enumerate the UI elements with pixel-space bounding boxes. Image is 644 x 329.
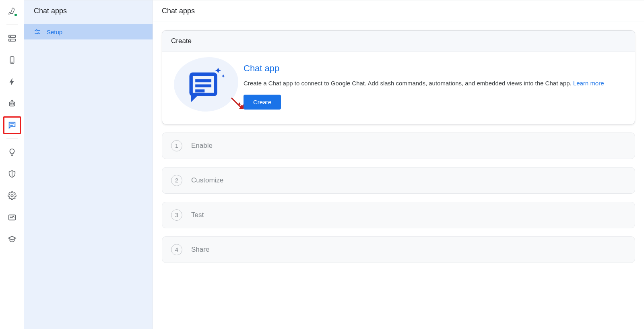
app-layout: Chat apps Setup Chat apps Create xyxy=(0,0,644,329)
svg-point-8 xyxy=(12,103,13,104)
step-share[interactable]: 4 Share xyxy=(162,236,635,263)
nav-lightbulb[interactable] xyxy=(4,144,20,160)
rail-separator xyxy=(6,139,18,139)
step-number: 1 xyxy=(171,140,182,151)
nav-bolt[interactable] xyxy=(4,74,20,90)
nav-shield[interactable] xyxy=(4,166,20,182)
step-label: Share xyxy=(191,246,209,254)
step-number: 2 xyxy=(171,175,182,186)
icon-rail xyxy=(0,0,24,329)
svg-point-18 xyxy=(38,33,39,34)
education-icon xyxy=(8,235,17,244)
shield-icon xyxy=(8,170,17,178)
step-test[interactable]: 3 Test xyxy=(162,202,635,228)
step-enable[interactable]: 1 Enable xyxy=(162,132,635,159)
page-title: Chat apps xyxy=(153,0,644,21)
svg-point-17 xyxy=(36,30,37,31)
nav-robot[interactable] xyxy=(4,95,20,112)
robot-icon xyxy=(8,99,17,108)
status-dot-icon xyxy=(14,13,18,17)
create-card: Create xyxy=(162,30,635,124)
nav-activity[interactable] xyxy=(4,209,20,226)
storage-icon xyxy=(8,34,17,43)
lightbulb-icon xyxy=(8,148,17,157)
step-number: 3 xyxy=(171,209,182,221)
phone-icon xyxy=(8,56,17,64)
step-customize[interactable]: 2 Customize xyxy=(162,167,635,194)
svg-point-7 xyxy=(10,103,11,104)
nav-chat[interactable] xyxy=(4,117,20,133)
learn-more-link[interactable]: Learn more xyxy=(573,80,604,87)
secondary-sidebar: Chat apps Setup xyxy=(24,0,153,329)
step-label: Enable xyxy=(191,142,213,150)
svg-point-10 xyxy=(11,100,12,101)
sidebar-title: Chat apps xyxy=(24,7,153,24)
chat-icon xyxy=(8,121,17,130)
nav-education[interactable] xyxy=(4,231,20,247)
activity-icon xyxy=(8,213,17,222)
svg-rect-20 xyxy=(195,79,211,82)
settings-icon xyxy=(8,191,17,200)
sidebar-item-setup[interactable]: Setup xyxy=(24,24,153,39)
bolt-icon xyxy=(8,77,17,86)
tune-icon xyxy=(34,28,41,35)
create-card-title: Create xyxy=(162,31,635,52)
main-content: Create xyxy=(153,21,644,272)
step-label: Test xyxy=(191,211,204,219)
svg-rect-21 xyxy=(195,85,211,87)
create-card-heading: Chat app xyxy=(244,63,625,74)
sidebar-item-label: Setup xyxy=(47,29,62,35)
create-card-description: Create a Chat app to connect to Google C… xyxy=(244,79,625,88)
step-number: 4 xyxy=(171,244,182,255)
main-panel: Chat apps Create xyxy=(153,0,644,329)
chat-app-illustration xyxy=(172,63,240,106)
nav-rocket[interactable] xyxy=(4,3,20,19)
svg-rect-22 xyxy=(195,89,204,92)
nav-storage[interactable] xyxy=(4,30,20,46)
create-button[interactable]: Create xyxy=(244,95,281,110)
rail-separator xyxy=(6,25,18,25)
step-label: Customize xyxy=(191,176,223,184)
nav-phone[interactable] xyxy=(4,52,20,68)
svg-point-2 xyxy=(10,36,10,37)
nav-settings[interactable] xyxy=(4,188,20,204)
svg-point-13 xyxy=(11,195,13,197)
svg-point-3 xyxy=(10,40,10,40)
